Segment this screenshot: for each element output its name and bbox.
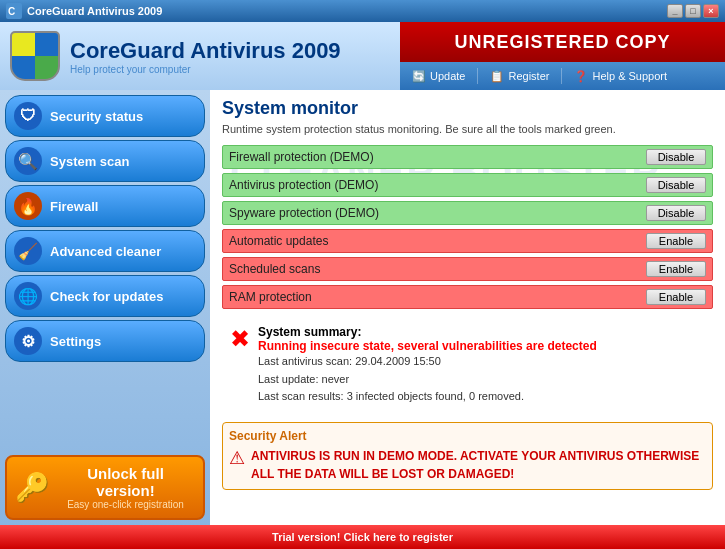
header-nav: 🔄 Update 📋 Register ❓ Help & Support [400,62,725,90]
unregistered-banner: UNREGISTERED COPY [400,22,725,62]
security-alert-box: Security Alert ⚠ ANTIVIRUS IS RUN IN DEM… [222,422,713,490]
title-bar: C CoreGuard Antivirus 2009 _ □ × [0,0,725,22]
security-alert-title: Security Alert [229,429,706,443]
logo-area: CoreGuard Antivirus 2009 Help protect yo… [0,22,400,90]
sidebar-item-firewall[interactable]: 🔥 Firewall [5,185,205,227]
svg-text:C: C [8,6,15,17]
settings-icon: ⚙ [14,327,42,355]
security-alert-message: ANTIVIRUS IS RUN IN DEMO MODE. ACTIVATE … [251,447,706,483]
sidebar-cleaner-label: Advanced cleaner [50,244,161,259]
protection-list: Firewall protection (DEMO) Disable Antiv… [222,145,713,309]
unlock-subtitle: Easy one-click registration [56,499,195,510]
prot-row-antivirus: Antivirus protection (DEMO) Disable [222,173,713,197]
minimize-button[interactable]: _ [667,4,683,18]
bottom-bar-label: Trial version! Click here to register [272,531,453,543]
register-icon: 📋 [490,70,504,83]
register-nav-button[interactable]: 📋 Register [478,62,561,90]
prot-btn-antivirus[interactable]: Disable [646,177,706,193]
content-area: CLEANER BOOSTER System monitor Runtime s… [210,90,725,525]
prot-label-scheduled: Scheduled scans [229,262,646,276]
sidebar-firewall-label: Firewall [50,199,98,214]
prot-label-ram: RAM protection [229,290,646,304]
page-subtitle: Runtime system protection status monitor… [222,123,713,135]
summary-detail-2: Last update: never [258,371,597,389]
prot-row-firewall: Firewall protection (DEMO) Disable [222,145,713,169]
alert-warning-icon: ⚠ [229,447,245,469]
header-right: UNREGISTERED COPY 🔄 Update 📋 Register ❓ … [400,22,725,90]
security-icon: 🛡 [14,102,42,130]
shield-logo [10,31,60,81]
app-tagline: Help protect your computer [70,64,341,75]
update-nav-button[interactable]: 🔄 Update [400,62,477,90]
maximize-button[interactable]: □ [685,4,701,18]
help-label: Help & Support [592,70,667,82]
window-controls[interactable]: _ □ × [667,4,719,18]
header: CoreGuard Antivirus 2009 Help protect yo… [0,22,725,90]
updates-icon: 🌐 [14,282,42,310]
prot-btn-firewall[interactable]: Disable [646,149,706,165]
unlock-button[interactable]: 🔑 Unlock full version! Easy one-click re… [5,455,205,520]
sidebar-scan-label: System scan [50,154,130,169]
sidebar-item-system-scan[interactable]: 🔍 System scan [5,140,205,182]
main-layout: 🛡 Security status 🔍 System scan 🔥 Firewa… [0,90,725,525]
prot-row-spyware: Spyware protection (DEMO) Disable [222,201,713,225]
app-icon: C [6,3,22,19]
update-label: Update [430,70,465,82]
sidebar-updates-label: Check for updates [50,289,163,304]
sidebar: 🛡 Security status 🔍 System scan 🔥 Firewa… [0,90,210,525]
firewall-icon: 🔥 [14,192,42,220]
sidebar-item-advanced-cleaner[interactable]: 🧹 Advanced cleaner [5,230,205,272]
bottom-bar[interactable]: Trial version! Click here to register [0,525,725,549]
alert-content: ⚠ ANTIVIRUS IS RUN IN DEMO MODE. ACTIVAT… [229,447,706,483]
prot-row-scheduled: Scheduled scans Enable [222,257,713,281]
close-button[interactable]: × [703,4,719,18]
prot-label-firewall: Firewall protection (DEMO) [229,150,646,164]
unlock-title: Unlock full version! [56,465,195,499]
prot-label-updates: Automatic updates [229,234,646,248]
prot-label-spyware: Spyware protection (DEMO) [229,206,646,220]
sidebar-security-label: Security status [50,109,143,124]
sidebar-item-security[interactable]: 🛡 Security status [5,95,205,137]
help-nav-button[interactable]: ❓ Help & Support [562,62,679,90]
summary-text: System summary: Running insecure state, … [258,325,597,406]
sidebar-settings-label: Settings [50,334,101,349]
summary-title: System summary: [258,325,361,339]
prot-label-antivirus: Antivirus protection (DEMO) [229,178,646,192]
logo-text: CoreGuard Antivirus 2009 Help protect yo… [70,38,341,75]
prot-row-ram: RAM protection Enable [222,285,713,309]
prot-row-updates: Automatic updates Enable [222,229,713,253]
prot-btn-ram[interactable]: Enable [646,289,706,305]
summary-detail-3: Last scan results: 3 infected objects fo… [258,388,597,406]
prot-btn-spyware[interactable]: Disable [646,205,706,221]
update-icon: 🔄 [412,70,426,83]
register-label: Register [508,70,549,82]
page-title: System monitor [222,98,713,119]
title-bar-text: CoreGuard Antivirus 2009 [27,5,162,17]
prot-btn-scheduled[interactable]: Enable [646,261,706,277]
scan-icon: 🔍 [14,147,42,175]
summary-warning-icon: ✖ [230,325,250,406]
help-icon: ❓ [574,70,588,83]
sidebar-item-settings[interactable]: ⚙ Settings [5,320,205,362]
sidebar-item-check-updates[interactable]: 🌐 Check for updates [5,275,205,317]
summary-alert: Running insecure state, several vulnerab… [258,339,597,353]
summary-box: ✖ System summary: Running insecure state… [222,317,713,414]
cleaner-icon: 🧹 [14,237,42,265]
prot-btn-updates[interactable]: Enable [646,233,706,249]
app-title: CoreGuard Antivirus 2009 [70,38,341,64]
summary-detail-1: Last antivirus scan: 29.04.2009 15:50 [258,353,597,371]
